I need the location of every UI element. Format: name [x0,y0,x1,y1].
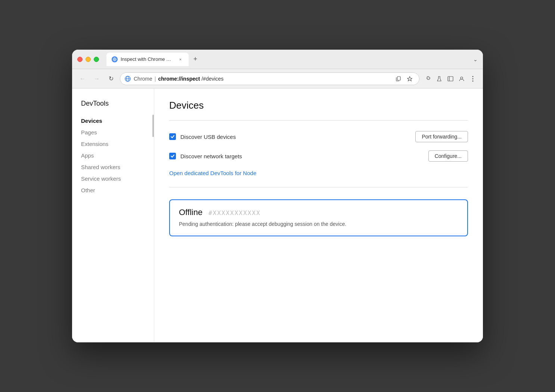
sidebar-item-pages[interactable]: Pages [78,127,148,138]
tab-overflow-button[interactable]: ⌄ [473,56,478,62]
sidebar-item-extensions[interactable]: Extensions [78,138,148,150]
tab-title: Inspect with Chrome Develope [121,56,174,62]
svg-point-13 [472,80,474,81]
device-name: Offline [179,208,202,217]
top-divider [169,120,468,121]
discover-usb-checkbox[interactable] [169,133,176,140]
address-site: Chrome [134,76,152,82]
node-devtools-link[interactable]: Open dedicated DevTools for Node [169,170,256,176]
tab-favicon [112,56,118,62]
extensions-icon-btn[interactable] [423,74,433,84]
svg-marker-7 [407,77,412,81]
star-icon-btn[interactable] [405,74,415,84]
navbar: ← → ↻ Chrome | chrome://inspect /#device… [72,69,483,88]
usb-label: Discover USB devices [180,134,236,140]
sidebar-item-other[interactable]: Other [78,184,148,196]
usb-checkbox-container: Discover USB devices [169,133,415,140]
sidebar-item-shared-workers[interactable]: Shared workers [78,161,148,173]
scroll-indicator [152,115,154,137]
configure-button[interactable]: Configure... [428,150,468,162]
address-favicon [125,76,131,82]
device-id: #XXXXXXXXXXX [208,209,261,217]
main-content: Devices Discover USB devices Port forwar… [154,88,483,342]
sidebar-item-devices[interactable]: Devices [78,115,148,127]
svg-rect-8 [448,77,453,81]
port-forwarding-button[interactable]: Port forwarding... [415,131,468,142]
sidebar: DevTools Devices Pages Extensions Apps S… [72,88,154,342]
page-title: Devices [169,100,468,111]
lab-icon-btn[interactable] [434,74,444,84]
address-icons [394,74,415,84]
sidebar-item-apps[interactable]: Apps [78,150,148,161]
reload-button[interactable]: ↻ [106,74,116,84]
device-card: Offline #XXXXXXXXXXX Pending authenticat… [169,199,468,236]
svg-point-10 [461,77,463,79]
svg-point-12 [472,78,474,79]
menu-icon-btn[interactable] [468,74,478,84]
network-checkbox-container: Discover network targets [169,153,428,159]
node-devtools-link-row: Open dedicated DevTools for Node [169,170,468,177]
usb-option-row: Discover USB devices Port forwarding... [169,131,468,142]
network-option-row: Discover network targets Configure... [169,150,468,162]
content-area: DevTools Devices Pages Extensions Apps S… [72,88,483,342]
forward-button[interactable]: → [92,74,102,84]
device-header: Offline #XXXXXXXXXXX [179,208,458,217]
nav-right-icons [423,74,478,84]
svg-rect-6 [397,77,400,80]
back-button[interactable]: ← [77,74,88,84]
address-bar[interactable]: Chrome | chrome://inspect /#devices [120,72,419,85]
new-tab-button[interactable]: + [190,54,201,65]
browser-window: Inspect with Chrome Develope × + ⌄ ← → ↻ [72,50,483,342]
address-text: Chrome | chrome://inspect /#devices [134,76,391,82]
device-status: Pending authentication: please accept de… [179,220,458,228]
sidebar-icon-btn[interactable] [446,74,455,84]
address-path-normal: /#devices [201,76,223,82]
account-icon-btn[interactable] [457,74,466,84]
svg-point-11 [472,76,474,77]
traffic-lights [77,57,99,62]
address-separator: | [155,76,156,82]
share-icon-btn[interactable] [394,74,403,84]
tab-bar: Inspect with Chrome Develope × + ⌄ [106,53,478,66]
minimize-button[interactable] [86,57,91,62]
address-path-bold: chrome://inspect [158,76,200,82]
bottom-divider [169,187,468,187]
sidebar-title: DevTools [78,100,148,108]
sidebar-item-service-workers[interactable]: Service workers [78,173,148,184]
titlebar: Inspect with Chrome Develope × + ⌄ [72,50,483,69]
close-button[interactable] [77,57,83,62]
active-tab[interactable]: Inspect with Chrome Develope × [106,53,189,66]
maximize-button[interactable] [94,57,99,62]
discover-network-checkbox[interactable] [169,153,176,159]
network-label: Discover network targets [180,153,242,159]
tab-close-button[interactable]: × [177,56,183,62]
